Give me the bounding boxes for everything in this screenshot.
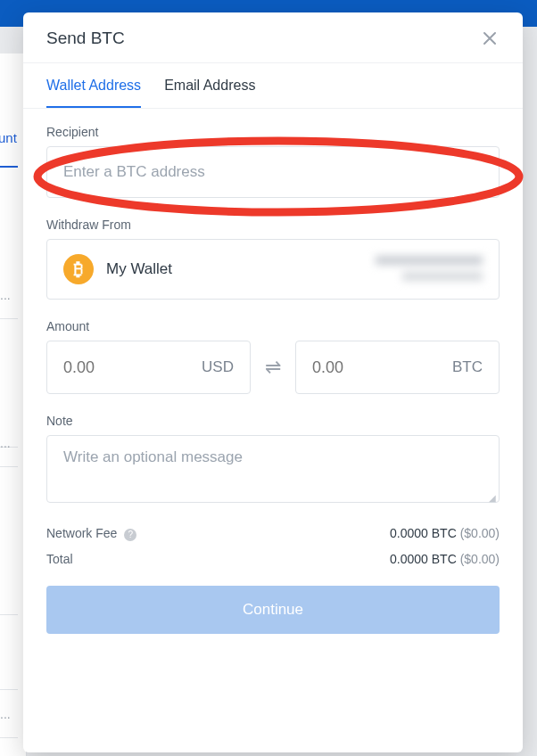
recipient-label: Recipient <box>46 125 500 139</box>
background-row: ... <box>0 271 18 319</box>
network-fee-row: Network Fee ? 0.0000 BTC ($0.00) <box>46 521 500 546</box>
swap-icon: ⇌ <box>265 356 281 378</box>
total-row: Total 0.0000 BTC ($0.00) <box>46 546 500 571</box>
wallet-balance-redacted <box>376 252 483 284</box>
background-sidebar-text: unt <box>0 130 17 145</box>
modal-body: Recipient Withdraw From ₿ My Wallet Amou… <box>23 109 523 752</box>
withdraw-from-select[interactable]: ₿ My Wallet <box>46 239 500 300</box>
tab-wallet-address[interactable]: Wallet Address <box>46 63 141 108</box>
recipient-input[interactable] <box>46 146 500 198</box>
wallet-name: My Wallet <box>106 260 172 278</box>
total-value: 0.0000 BTC ($0.00) <box>390 552 500 566</box>
network-fee-value: 0.0000 BTC ($0.00) <box>390 526 500 541</box>
background-row <box>0 567 18 615</box>
recipient-type-tabs: Wallet Address Email Address <box>23 62 523 109</box>
note-textarea[interactable] <box>46 435 500 503</box>
help-icon[interactable]: ? <box>124 529 136 541</box>
modal-header: Send BTC <box>23 12 523 62</box>
recipient-field-wrap <box>46 146 500 198</box>
total-label: Total <box>46 552 73 566</box>
network-fee-label: Network Fee ? <box>46 526 136 541</box>
continue-button[interactable]: Continue <box>46 586 500 634</box>
background-row <box>0 642 18 690</box>
amount-crypto-unit: BTC <box>452 358 483 376</box>
note-label: Note <box>46 414 500 428</box>
background-row: ... <box>0 419 18 467</box>
note-wrap: ◢ <box>46 435 500 506</box>
bitcoin-icon: ₿ <box>63 254 94 284</box>
amount-crypto-box[interactable]: BTC <box>295 341 500 394</box>
swap-currency-button[interactable]: ⇌ <box>265 356 281 379</box>
background-sidebar-underline <box>0 166 18 168</box>
background-row: ... <box>0 690 18 738</box>
close-button[interactable] <box>480 29 500 48</box>
close-icon <box>482 30 498 46</box>
modal-title: Send BTC <box>46 29 125 48</box>
amount-fiat-input[interactable] <box>63 358 126 377</box>
send-btc-modal: Send BTC Wallet Address Email Address Re… <box>23 12 523 752</box>
amount-fiat-box[interactable]: USD <box>46 341 251 394</box>
amount-crypto-input[interactable] <box>312 358 375 377</box>
amount-row: USD ⇌ BTC <box>46 341 500 394</box>
withdraw-from-label: Withdraw From <box>46 218 500 232</box>
amount-label: Amount <box>46 319 500 333</box>
tab-email-address[interactable]: Email Address <box>164 63 255 108</box>
amount-fiat-unit: USD <box>202 358 234 376</box>
